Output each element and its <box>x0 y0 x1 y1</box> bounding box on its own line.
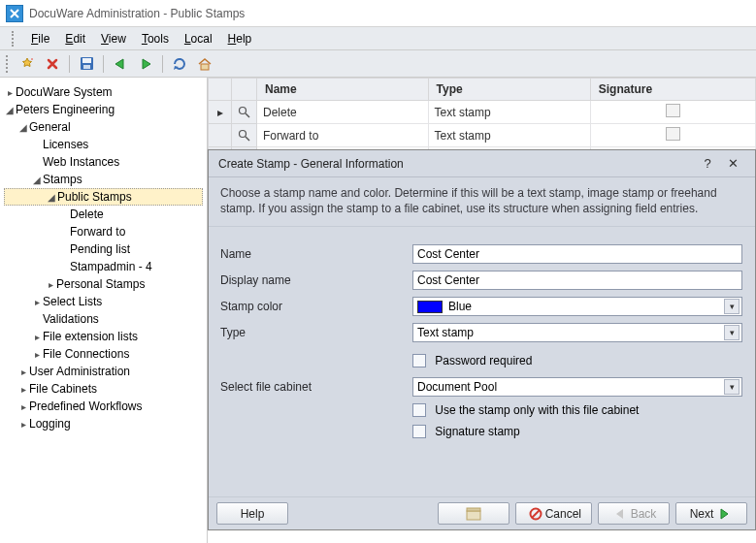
navigation-tree[interactable]: ▸DocuWare System ◢Peters Engineering ◢Ge… <box>0 78 208 543</box>
svg-rect-3 <box>201 64 209 70</box>
label-use-only: Use the stamp only with this file cabine… <box>435 403 639 417</box>
svg-rect-1 <box>82 58 91 63</box>
dialog-description: Choose a stamp name and color. Determine… <box>209 177 755 227</box>
cell-name: Delete <box>257 101 429 124</box>
tree-logging[interactable]: ▸Logging <box>4 415 203 432</box>
tree-stamps[interactable]: ◢Stamps <box>4 171 203 188</box>
tree-licenses[interactable]: Licenses <box>4 136 203 153</box>
label-type: Type <box>218 326 412 339</box>
tree-file-connections[interactable]: ▸File Connections <box>4 345 203 363</box>
tree-public-stamps[interactable]: ◢Public Stamps <box>4 188 203 206</box>
svg-line-13 <box>532 510 540 518</box>
dialog-footer: Help Cancel Back Next <box>209 496 755 529</box>
display-name-input[interactable] <box>412 271 742 290</box>
dialog-title-text: Create Stamp - General Information <box>218 157 404 171</box>
type-value: Text stamp <box>417 326 474 339</box>
save-button[interactable] <box>75 53 98 75</box>
grid-corner <box>209 79 232 101</box>
svg-line-7 <box>246 137 249 141</box>
tree-general[interactable]: ◢General <box>4 118 203 136</box>
signature-stamp-checkbox[interactable] <box>412 425 426 438</box>
svg-rect-10 <box>467 511 480 520</box>
tree-ps-pending[interactable]: Pending list <box>4 240 203 258</box>
svg-point-4 <box>240 108 247 114</box>
chevron-down-icon: ▾ <box>724 379 740 395</box>
signature-cell <box>666 127 680 141</box>
back-button[interactable] <box>109 53 132 75</box>
chevron-down-icon: ▾ <box>724 299 740 314</box>
name-input[interactable] <box>412 244 742 264</box>
new-item-button[interactable] <box>16 53 39 75</box>
tree-predef-workflows[interactable]: ▸Predefined Workflows <box>4 398 203 415</box>
forward-button[interactable] <box>134 53 157 75</box>
grid-row[interactable]: ▸ Delete Text stamp <box>209 101 756 124</box>
grid-row[interactable]: Forward to Text stamp <box>209 124 756 147</box>
titlebar: DocuWare Administration - Public Stamps <box>0 0 756 27</box>
arrow-left-icon <box>614 508 628 520</box>
tree-validations[interactable]: Validations <box>4 310 203 328</box>
tree-ps-forward[interactable]: Forward to <box>4 223 203 240</box>
label-display-name: Display name <box>218 273 412 287</box>
svg-rect-2 <box>83 65 90 69</box>
tree-select-lists[interactable]: ▸Select Lists <box>4 293 203 310</box>
menu-view[interactable]: View <box>93 29 134 48</box>
tree-ps-stampadmin[interactable]: Stampadmin - 4 <box>4 258 203 275</box>
grid-header-type[interactable]: Type <box>428 79 590 101</box>
tree-personal-stamps[interactable]: ▸Personal Stamps <box>4 275 203 293</box>
grid-iconcol <box>232 79 257 101</box>
close-icon[interactable]: ✕ <box>720 156 745 171</box>
menubar-handle <box>12 31 17 47</box>
tree-file-cabinets[interactable]: ▸File Cabinets <box>4 380 203 398</box>
toolbar-handle <box>6 55 12 73</box>
cancel-button[interactable]: Cancel <box>515 502 592 525</box>
use-only-checkbox[interactable] <box>412 403 426 417</box>
help-button[interactable]: Help <box>216 502 288 525</box>
menu-tools[interactable]: Tools <box>134 29 177 48</box>
grid-header-signature[interactable]: Signature <box>590 79 755 101</box>
label-password-required: Password required <box>435 354 532 367</box>
back-button: Back <box>598 502 670 525</box>
cabinet-icon <box>466 507 481 521</box>
row-indicator-icon: ▸ <box>217 106 223 119</box>
help-icon[interactable]: ? <box>695 156 720 171</box>
menu-help[interactable]: Help <box>220 29 260 48</box>
stamp-color-select[interactable]: Blue ▾ <box>412 297 742 316</box>
toolbar <box>0 50 756 78</box>
menu-local[interactable]: Local <box>177 29 220 48</box>
home-button[interactable] <box>193 53 216 75</box>
tree-user-admin[interactable]: ▸User Administration <box>4 363 203 380</box>
refresh-button[interactable] <box>168 53 191 75</box>
signature-cell <box>666 104 680 117</box>
file-cabinet-select[interactable]: Document Pool ▾ <box>412 377 742 397</box>
next-button[interactable]: Next <box>675 502 747 525</box>
dialog-titlebar: Create Stamp - General Information ? ✕ <box>209 150 755 177</box>
tree-docuware-system[interactable]: ▸DocuWare System <box>4 83 203 101</box>
magnifier-icon[interactable] <box>238 129 250 142</box>
dialog-body: Name Display name Stamp color Blue ▾ <box>209 227 755 496</box>
type-select[interactable]: Text stamp ▾ <box>412 323 742 342</box>
create-stamp-dialog: Create Stamp - General Information ? ✕ C… <box>208 149 756 530</box>
label-stamp-color: Stamp color <box>218 300 412 313</box>
chevron-down-icon: ▾ <box>724 325 740 340</box>
window-title: DocuWare Administration - Public Stamps <box>29 7 245 20</box>
app-icon <box>6 5 23 22</box>
tree-web-instances[interactable]: Web Instances <box>4 153 203 171</box>
menu-file[interactable]: File <box>23 29 57 48</box>
grid-header-name[interactable]: Name <box>257 79 429 101</box>
cabinet-button[interactable] <box>438 502 509 525</box>
svg-point-6 <box>240 131 247 138</box>
tree-org[interactable]: ◢Peters Engineering <box>4 101 203 118</box>
tree-ps-delete[interactable]: Delete <box>4 206 203 223</box>
cell-type: Text stamp <box>428 101 590 124</box>
label-name: Name <box>218 247 412 261</box>
menu-edit[interactable]: Edit <box>57 29 93 48</box>
color-swatch <box>417 301 443 313</box>
magnifier-icon[interactable] <box>238 106 250 118</box>
label-select-file-cabinet: Select file cabinet <box>218 380 412 394</box>
file-cabinet-value: Document Pool <box>417 380 497 394</box>
cell-name: Forward to <box>257 124 429 147</box>
svg-line-5 <box>246 113 249 117</box>
tree-file-ext-lists[interactable]: ▸File extension lists <box>4 328 203 345</box>
delete-button[interactable] <box>41 53 64 75</box>
password-required-checkbox[interactable] <box>412 354 426 367</box>
